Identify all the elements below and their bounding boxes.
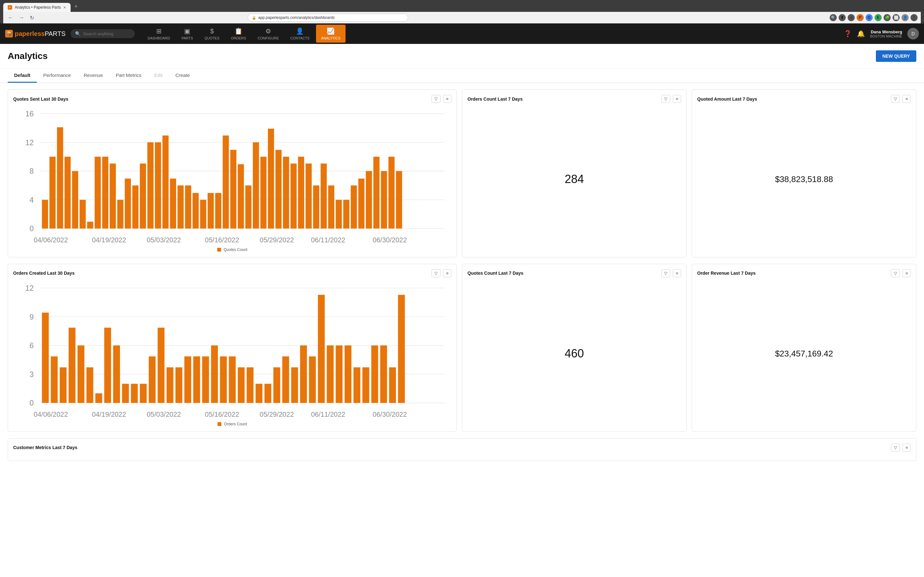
browser-tab[interactable]: P Analytics • Paperless Parts × — [3, 3, 71, 12]
orders-created-card: Orders Created Last 30 Days ▽ ≡ 12 9 — [8, 264, 457, 432]
svg-rect-10 — [42, 200, 48, 229]
refresh-button[interactable]: ↻ — [28, 14, 36, 21]
orders-count-filter-button[interactable]: ▽ — [661, 95, 670, 103]
svg-rect-88 — [158, 327, 164, 403]
quotes-count-menu-button[interactable]: ≡ — [673, 269, 681, 277]
svg-rect-91 — [184, 356, 191, 403]
orders-created-header: Orders Created Last 30 Days ▽ ≡ — [13, 269, 451, 277]
orders-created-actions: ▽ ≡ — [431, 269, 451, 277]
dashboard: Quotes Sent Last 30 Days ▽ ≡ — [0, 83, 924, 467]
nav-item-configure[interactable]: ⚙ CONFIGURE — [252, 25, 284, 43]
parts-icon: ▣ — [184, 27, 190, 35]
svg-rect-30 — [192, 193, 199, 229]
nav-item-quotes[interactable]: $ QUOTES — [200, 25, 225, 43]
quotes-count-header: Quotes Count Last 7 Days ▽ ≡ — [467, 269, 681, 277]
svg-text:0: 0 — [29, 399, 34, 407]
back-button[interactable]: ← — [6, 14, 15, 21]
tab-part-metrics[interactable]: Part Metrics — [110, 69, 148, 83]
quotes-count-filter-button[interactable]: ▽ — [661, 269, 670, 277]
order-revenue-filter-button[interactable]: ▽ — [891, 269, 900, 277]
nav-item-orders[interactable]: 📋 ORDERS — [226, 25, 251, 43]
svg-text:05/16/2022: 05/16/2022 — [205, 410, 239, 418]
window-icon[interactable]: ⬜ — [893, 14, 900, 21]
extension-icon[interactable]: E — [875, 14, 882, 21]
quotes-sent-header: Quotes Sent Last 30 Days ▽ ≡ — [13, 95, 451, 103]
orders-created-filter-button[interactable]: ▽ — [431, 269, 441, 277]
tab-close-button[interactable]: × — [63, 5, 66, 10]
svg-rect-104 — [300, 346, 307, 403]
search-box[interactable]: 🔍 — [71, 29, 135, 38]
svg-rect-21 — [125, 179, 131, 229]
svg-rect-42 — [283, 157, 289, 229]
tab-revenue[interactable]: Revenue — [78, 69, 110, 83]
quotes-sent-filter-button[interactable]: ▽ — [431, 95, 441, 103]
search-input[interactable] — [83, 31, 130, 36]
tab-default[interactable]: Default — [8, 69, 37, 83]
svg-rect-90 — [176, 367, 182, 403]
nav-item-dashboard[interactable]: ⊞ DASHBOARD — [142, 25, 175, 43]
help-icon[interactable]: ❓ — [844, 30, 852, 37]
logo-text: paperlessPARTS — [15, 30, 65, 37]
address-text: app.paperlesparts.com/analytics/dashboar… — [258, 15, 334, 20]
quotes-count-card: Quotes Count Last 7 Days ▽ ≡ 460 — [462, 264, 687, 432]
tab-edit: Edit — [148, 69, 169, 83]
order-revenue-header: Order Revenue Last 7 Days ▽ ≡ — [697, 269, 911, 277]
share-icon[interactable]: ⬆ — [838, 14, 846, 21]
svg-rect-45 — [305, 163, 312, 229]
svg-rect-84 — [122, 384, 129, 403]
profile-icon-2[interactable]: G — [866, 14, 873, 21]
orders-count-header: Orders Count Last 7 Days ▽ ≡ — [467, 95, 681, 103]
svg-text:05/29/2022: 05/29/2022 — [260, 410, 294, 418]
quotes-sent-legend: Quotes Count — [13, 247, 451, 252]
svg-rect-76 — [51, 356, 57, 403]
svg-text:12: 12 — [25, 139, 34, 147]
nav-item-analytics[interactable]: 📈 ANALYTICS — [316, 25, 346, 43]
puzzle-icon[interactable]: 🧩 — [884, 14, 891, 21]
analytics-icon: 📈 — [326, 27, 334, 35]
address-bar[interactable]: 🔒 app.paperlesparts.com/analytics/dashbo… — [248, 14, 408, 21]
svg-rect-54 — [373, 157, 380, 229]
svg-text:6: 6 — [29, 342, 34, 350]
forward-button[interactable]: → — [17, 14, 26, 21]
svg-rect-103 — [291, 367, 298, 403]
notifications-icon[interactable]: 🔔 — [857, 30, 865, 37]
menu-dots-icon[interactable]: ⋮ — [911, 14, 918, 21]
svg-text:8: 8 — [29, 167, 34, 175]
svg-rect-17 — [95, 157, 101, 229]
svg-rect-94 — [211, 346, 218, 403]
logo-icon: 📦 — [5, 30, 13, 37]
search-browser-icon[interactable]: 🔍 — [830, 14, 837, 21]
tab-performance[interactable]: Performance — [37, 69, 78, 83]
svg-rect-106 — [318, 295, 325, 403]
customer-metrics-filter-button[interactable]: ▽ — [891, 444, 900, 452]
bookmark-icon[interactable]: ☆ — [848, 14, 855, 21]
user-avatar-browser[interactable]: 👤 — [901, 14, 909, 21]
order-revenue-card: Order Revenue Last 7 Days ▽ ≡ $23,457,16… — [692, 264, 916, 432]
nav-item-parts[interactable]: ▣ PARTS — [176, 25, 198, 43]
logo-parts: PARTS — [45, 30, 65, 37]
nav-item-contacts[interactable]: 👤 CONTACTS — [285, 25, 315, 43]
quoted-amount-menu-button[interactable]: ≡ — [903, 95, 911, 103]
user-avatar[interactable]: D — [907, 28, 919, 39]
svg-rect-26 — [162, 135, 168, 229]
svg-rect-101 — [273, 367, 280, 403]
customer-metrics-menu-button[interactable]: ≡ — [903, 444, 911, 452]
new-tab-button[interactable]: + — [72, 2, 81, 11]
quotes-count-value: 460 — [565, 347, 584, 360]
orders-count-menu-button[interactable]: ≡ — [673, 95, 681, 103]
browser-actions: 🔍 ⬆ ☆ P G E 🧩 ⬜ 👤 ⋮ — [830, 14, 918, 21]
quotes-sent-menu-button[interactable]: ≡ — [443, 95, 451, 103]
svg-rect-46 — [313, 185, 319, 228]
tab-create[interactable]: Create — [169, 69, 196, 83]
profile-icon-1[interactable]: P — [857, 14, 864, 21]
svg-rect-83 — [113, 346, 120, 403]
svg-rect-78 — [69, 327, 75, 403]
dashboard-icon: ⊞ — [156, 27, 162, 35]
new-query-button[interactable]: NEW QUERY — [876, 50, 916, 62]
order-revenue-menu-button[interactable]: ≡ — [903, 269, 911, 277]
quoted-amount-filter-button[interactable]: ▽ — [891, 95, 900, 103]
configure-icon: ⚙ — [265, 27, 271, 35]
orders-created-menu-button[interactable]: ≡ — [443, 269, 451, 277]
svg-rect-28 — [178, 185, 184, 228]
quotes-sent-card: Quotes Sent Last 30 Days ▽ ≡ — [8, 89, 457, 258]
